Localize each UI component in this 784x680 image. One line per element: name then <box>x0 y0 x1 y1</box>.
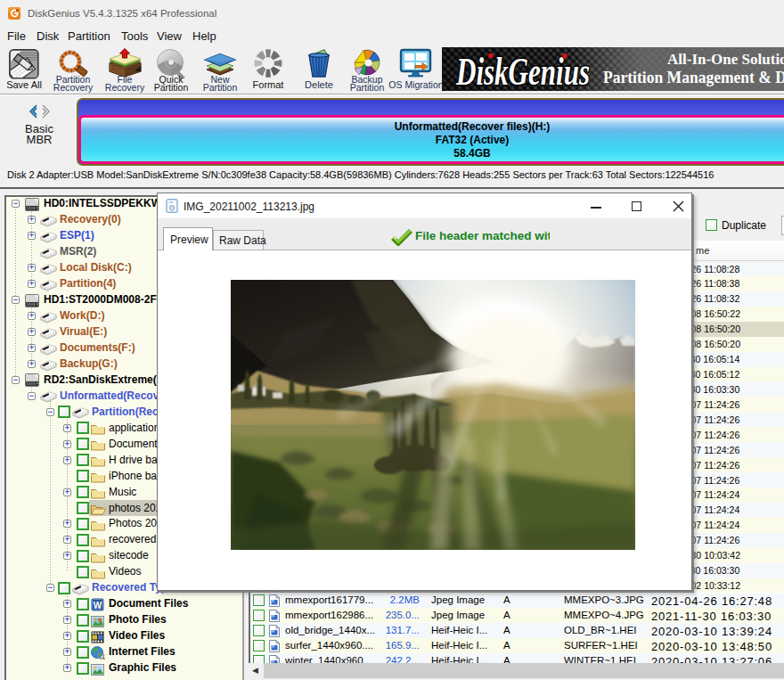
svg-text:W: W <box>94 600 102 610</box>
svg-text:Partition Management & D: Partition Management & D <box>603 68 784 86</box>
svg-text:DiskGenius: DiskGenius <box>455 50 590 91</box>
svg-text:All-In-One Solution: All-In-One Solution <box>667 51 784 68</box>
